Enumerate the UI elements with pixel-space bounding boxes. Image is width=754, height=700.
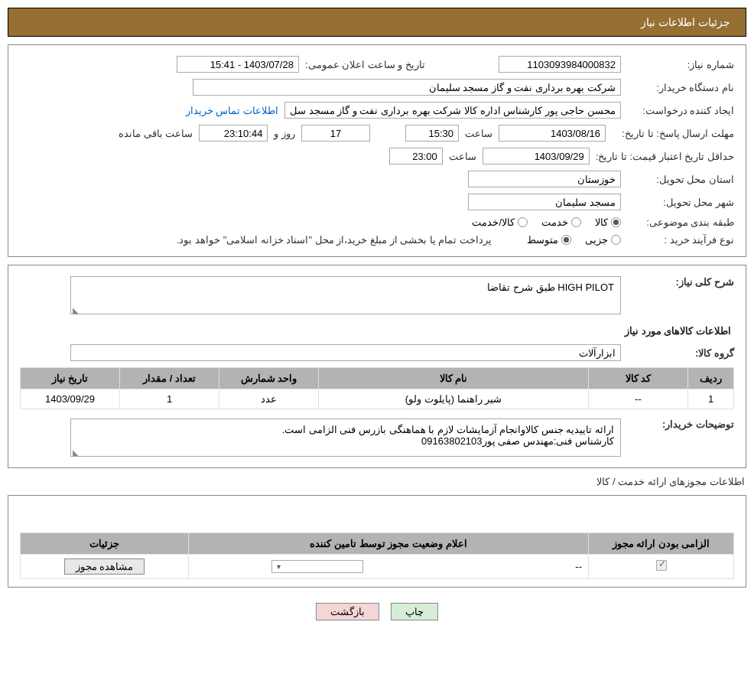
goods-table: ردیف کد کالا نام کالا واحد شمارش تعداد /…	[20, 367, 734, 409]
goods-info-heading: اطلاعات کالاهای مورد نیاز	[20, 317, 734, 341]
buyer-org-value: شرکت بهره برداری نفت و گاز مسجد سلیمان	[193, 79, 621, 96]
goods-group-value: ابزارآلات	[70, 344, 621, 361]
td-unit: عدد	[219, 389, 319, 409]
general-desc-value: HIGH PILOT طبق شرح تقاضا	[70, 276, 621, 314]
license-section-header: اطلاعات مجوزهای ارائه خدمت / کالا	[9, 476, 745, 487]
license-table: الزامی بودن ارائه مجوز اعلام وضعیت مجوز …	[20, 532, 734, 579]
buyer-notes-value: ارائه تاییدیه جنس کالاوانجام آزمایشات لا…	[70, 418, 621, 457]
status-select[interactable]: ▾	[271, 560, 363, 573]
province-value: خوزستان	[468, 171, 621, 187]
resize-grip-icon[interactable]	[73, 447, 80, 454]
view-license-button[interactable]: مشاهده مجوز	[64, 558, 145, 575]
countdown-value: 23:10:44	[199, 125, 268, 142]
back-button[interactable]: بازگشت	[316, 603, 379, 620]
radio-dot-icon	[571, 217, 581, 227]
buyer-notes-label: توضیحات خریدار:	[627, 418, 734, 430]
days-and-label: روز و	[274, 128, 295, 139]
price-validity-label: حداقل تاریخ اعتبار قیمت: تا تاریخ:	[596, 151, 734, 162]
th-name: نام کالا	[319, 368, 589, 389]
td-status: -- ▾	[189, 555, 589, 579]
radio-medium[interactable]: متوسط	[527, 234, 571, 246]
page-title-text: جزئیات اطلاعات نیاز	[641, 16, 730, 28]
td-name: شیر راهنما (پایلوت ولو)	[319, 389, 589, 409]
response-time-value: 15:30	[405, 125, 459, 142]
table-row: -- ▾ مشاهده مجوز	[21, 555, 734, 579]
th-row: ردیف	[688, 368, 734, 389]
status-placeholder: --	[368, 561, 582, 572]
radio-goods-service-label: کالا/خدمت	[472, 217, 515, 228]
buyer-contact-link[interactable]: اطلاعات تماس خریدار	[186, 105, 278, 116]
th-qty: تعداد / مقدار	[120, 368, 219, 389]
announce-date-label: تاریخ و ساعت اعلان عمومی:	[305, 59, 425, 70]
buyer-org-label: نام دستگاه خریدار:	[627, 82, 734, 93]
radio-dot-icon	[561, 235, 571, 245]
table-row: 1 -- شیر راهنما (پایلوت ولو) عدد 1 1403/…	[21, 389, 734, 409]
td-mandatory	[589, 555, 734, 579]
th-code: کد کالا	[589, 368, 688, 389]
radio-dot-icon	[518, 217, 528, 227]
province-label: استان محل تحویل:	[627, 174, 734, 185]
main-details-box: شماره نیاز: 1103093984000832 تاریخ و ساع…	[8, 44, 746, 257]
need-number-value: 1103093984000832	[499, 56, 621, 73]
need-number-label: شماره نیاز:	[627, 59, 734, 70]
price-validity-date-value: 1403/09/29	[483, 148, 590, 164]
buyer-notes-line2: کارشناس فنی:مهندس صفی پور09163802103	[77, 435, 614, 447]
purchase-process-label: نوع فرآیند خرید :	[627, 234, 734, 246]
buyer-notes-line1: ارائه تاییدیه جنس کالاوانجام آزمایشات لا…	[77, 424, 614, 435]
goods-group-label: گروه کالا:	[627, 347, 734, 359]
radio-service-label: خدمت	[541, 217, 568, 228]
requester-label: ایجاد کننده درخواست:	[627, 105, 734, 116]
td-row: 1	[688, 389, 734, 409]
price-validity-time-value: 23:00	[389, 148, 443, 164]
footer-buttons: چاپ بازگشت	[0, 595, 754, 636]
radio-dot-icon	[611, 217, 621, 227]
general-desc-text: HIGH PILOT طبق شرح تقاضا	[487, 282, 614, 293]
city-label: شهر محل تحویل:	[627, 197, 734, 208]
td-details: مشاهده مجوز	[21, 555, 189, 579]
radio-service[interactable]: خدمت	[541, 217, 581, 228]
time-label-1: ساعت	[465, 128, 492, 139]
subject-class-label: طبقه بندی موضوعی:	[627, 217, 734, 228]
radio-goods-label: کالا	[595, 217, 608, 228]
td-code: --	[589, 389, 688, 409]
days-remain-value: 17	[301, 125, 370, 142]
radio-medium-label: متوسط	[527, 234, 558, 246]
response-date-value: 1403/08/16	[499, 125, 606, 142]
radio-partial[interactable]: جزیی	[585, 234, 621, 246]
print-button[interactable]: چاپ	[391, 603, 438, 620]
radio-goods[interactable]: کالا	[595, 217, 621, 228]
th-status: اعلام وضعیت مجوز توسط تامین کننده	[189, 533, 589, 555]
radio-goods-service[interactable]: کالا/خدمت	[472, 217, 528, 228]
resize-grip-icon[interactable]	[73, 304, 80, 312]
radio-partial-label: جزیی	[585, 234, 608, 246]
th-mandatory: الزامی بودن ارائه مجوز	[589, 533, 734, 555]
th-unit: واحد شمارش	[219, 368, 319, 389]
description-box: شرح کلی نیاز: HIGH PILOT طبق شرح تقاضا ا…	[8, 265, 746, 468]
checkbox-mandatory	[656, 560, 667, 571]
radio-dot-icon	[611, 235, 621, 245]
announce-date-value: 1403/07/28 - 15:41	[177, 56, 299, 73]
license-box: الزامی بودن ارائه مجوز اعلام وضعیت مجوز …	[8, 495, 746, 588]
requester-value: محسن حاجی پور کارشناس اداره کالا شرکت به…	[284, 102, 621, 119]
time-label-2: ساعت	[449, 151, 476, 162]
page-title: جزئیات اطلاعات نیاز	[8, 8, 746, 37]
th-details: جزئیات	[21, 533, 189, 555]
response-deadline-label: مهلت ارسال پاسخ: تا تاریخ:	[612, 128, 734, 139]
th-need-date: تاریخ نیاز	[21, 368, 120, 389]
chevron-down-icon: ▾	[277, 562, 281, 571]
general-desc-label: شرح کلی نیاز:	[627, 276, 734, 288]
city-value: مسجد سلیمان	[468, 194, 621, 210]
hours-remain-label: ساعت باقی مانده	[119, 128, 193, 139]
td-need-date: 1403/09/29	[21, 389, 120, 409]
payment-note: پرداخت تمام یا بخشی از مبلغ خرید،از محل …	[177, 234, 492, 246]
td-qty: 1	[120, 389, 219, 409]
